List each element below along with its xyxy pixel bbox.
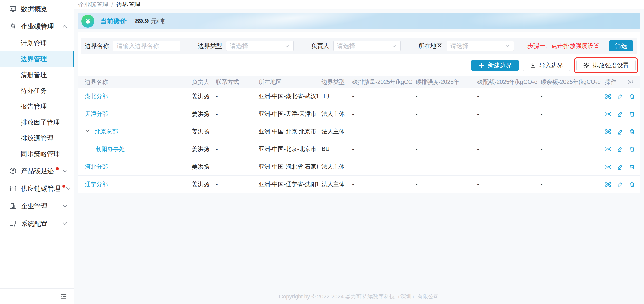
col-header-ops: 操作	[601, 78, 640, 86]
import-boundary-button[interactable]: 导入边界	[523, 60, 570, 71]
region-cell: 亚洲-中国-河北省-石家庄市	[255, 163, 318, 171]
edit-icon[interactable]	[617, 128, 623, 135]
owner-cell: 姜洪扬	[188, 92, 212, 100]
intensity-cell: -	[412, 93, 474, 100]
boundary-name-cell: 天津分部	[78, 110, 188, 118]
sidebar-item-supply-chain-carbon[interactable]: 供应链碳管理	[0, 180, 74, 197]
intensity-cell: -	[412, 146, 474, 153]
edit-icon[interactable]	[617, 181, 623, 188]
sidebar: 数据概览 企业碳管理 计划管理 边界管理 清册管理 待办任务 报告管理 排放因子…	[0, 0, 74, 304]
type-cell: 法人主体	[318, 110, 349, 118]
edit-icon[interactable]	[617, 146, 623, 153]
sidebar-item-enterprise-carbon[interactable]: 企业碳管理	[0, 18, 74, 35]
contact-cell: -	[212, 181, 255, 188]
owner-select[interactable]: 请选择	[333, 41, 401, 51]
delete-icon[interactable]	[629, 111, 635, 117]
balance-cell: -	[537, 146, 601, 153]
ops-cell	[601, 146, 640, 153]
filter-region: 所在地区 请选择	[418, 41, 514, 51]
sidebar-item-enterprise-management[interactable]: 企业管理	[0, 197, 74, 215]
type-cell: BU	[318, 146, 349, 153]
breadcrumb: 企业碳管理 / 边界管理	[74, 0, 644, 9]
sidebar-item-emission-source-management[interactable]: 排放源管理	[0, 130, 74, 146]
view-icon[interactable]	[605, 128, 611, 135]
balance-cell: -	[537, 163, 601, 170]
table-row: 朝阳办事处 姜洪扬 - 亚洲-中国-北京-北京市 BU - - - -	[78, 140, 640, 158]
chevron-down-icon	[505, 43, 510, 49]
owner-cell: 姜洪扬	[188, 110, 212, 118]
sidebar-item-emission-factor-management[interactable]: 排放因子管理	[0, 115, 74, 130]
table-body: 湖北分部 姜洪扬 - 亚洲-中国-湖北省-武汉市 工厂 - - - - 天津分部…	[78, 88, 640, 193]
sidebar-item-plan-management[interactable]: 计划管理	[0, 35, 74, 51]
view-icon[interactable]	[605, 164, 611, 170]
notification-dot	[62, 185, 65, 188]
delete-icon[interactable]	[629, 93, 635, 100]
filter-label: 边界名称	[85, 42, 109, 50]
breadcrumb-parent[interactable]: 企业碳管理	[78, 1, 108, 9]
quota-cell: -	[474, 146, 537, 153]
filter-button[interactable]: 筛选	[609, 40, 633, 51]
boundary-name-link[interactable]: 湖北分部	[85, 93, 108, 99]
view-icon[interactable]	[605, 93, 611, 100]
boundary-name-link[interactable]: 辽宁分部	[85, 181, 108, 187]
sidebar-item-todo-tasks[interactable]: 待办任务	[0, 83, 74, 99]
sidebar-item-boundary-management[interactable]: 边界管理	[0, 51, 74, 67]
boundary-name-link[interactable]: 北京总部	[95, 128, 118, 135]
view-icon[interactable]	[605, 111, 611, 117]
boundary-name-input[interactable]	[113, 41, 180, 51]
store-icon	[9, 185, 17, 192]
dashboard-icon	[9, 5, 17, 13]
edit-icon[interactable]	[617, 93, 623, 100]
sidebar-item-product-carbon-footprint[interactable]: 产品碳足迹	[0, 162, 74, 180]
sidebar-item-data-overview[interactable]: 数据概览	[0, 0, 74, 18]
filter-label: 边界类型	[198, 42, 222, 50]
delete-icon[interactable]	[629, 181, 635, 188]
delete-icon[interactable]	[629, 146, 635, 153]
edit-icon[interactable]	[617, 164, 623, 170]
emission-cell: -	[349, 181, 412, 188]
sidebar-item-inventory-management[interactable]: 清册管理	[0, 67, 74, 83]
contact-cell: -	[212, 163, 255, 170]
region-select[interactable]: 请选择	[447, 41, 514, 51]
step-annotation: 步骤一、点击排放强度设置	[527, 42, 600, 50]
view-icon[interactable]	[605, 146, 611, 153]
view-icon[interactable]	[605, 181, 611, 188]
filter-boundary-type: 边界类型 请选择	[198, 41, 294, 51]
table-row: 辽宁分部 姜洪扬 - 亚洲-中国-辽宁省-沈阳市 法人主体 - - - -	[78, 176, 640, 193]
contact-cell: -	[212, 128, 255, 135]
collapse-sidebar-icon[interactable]	[60, 293, 67, 300]
boundary-name-link[interactable]: 朝阳办事处	[96, 146, 125, 152]
download-icon	[530, 62, 536, 69]
emission-cell: -	[349, 163, 412, 170]
owner-cell: 姜洪扬	[188, 145, 212, 153]
column-settings-icon[interactable]	[627, 78, 634, 85]
emission-cell: -	[349, 128, 412, 135]
sidebar-item-report-management[interactable]: 报告管理	[0, 99, 74, 115]
owner-cell: 姜洪扬	[188, 180, 212, 188]
boundary-name-link[interactable]: 天津分部	[85, 110, 108, 117]
app-root: 数据概览 企业碳管理 计划管理 边界管理 清册管理 待办任务 报告管理 排放因子…	[0, 0, 644, 304]
sidebar-item-label: 企业管理	[21, 202, 62, 211]
create-boundary-button[interactable]: 新建边界	[471, 60, 519, 71]
sidebar-item-label: 产品碳足迹	[21, 167, 62, 175]
region-cell: 亚洲-中国-辽宁省-沈阳市	[255, 180, 318, 188]
emission-intensity-settings-button[interactable]: 排放强度设置	[576, 60, 636, 71]
boundary-name-cell: 朝阳办事处	[78, 145, 188, 153]
boundary-name-link[interactable]: 河北分部	[85, 163, 108, 170]
region-cell: 亚洲-中国-湖北省-武汉市	[255, 92, 318, 100]
content-card: 边界名称 边界类型 请选择 负责人 请选择	[78, 32, 640, 193]
expand-caret-icon[interactable]	[85, 128, 90, 133]
delete-icon[interactable]	[629, 128, 635, 135]
sidebar-item-sync-strategy-management[interactable]: 同步策略管理	[0, 146, 74, 162]
breadcrumb-separator: /	[111, 1, 113, 8]
edit-icon[interactable]	[617, 111, 623, 117]
delete-icon[interactable]	[629, 164, 635, 170]
breadcrumb-current: 边界管理	[116, 1, 140, 9]
boundary-type-select[interactable]: 请选择	[226, 41, 294, 51]
sidebar-item-label: 企业碳管理	[21, 22, 62, 31]
sidebar-item-system-config[interactable]: 系统配置	[0, 215, 74, 233]
quota-cell: -	[474, 181, 537, 188]
col-header-quota: 碳配额-2025年(kgCO₂e)	[474, 78, 537, 86]
boundary-table: 边界名称 负责人 联系方式 所在地区 边界类型 碳排放量-2025年(kgCO₂…	[78, 76, 640, 193]
type-cell: 法人主体	[318, 180, 349, 188]
